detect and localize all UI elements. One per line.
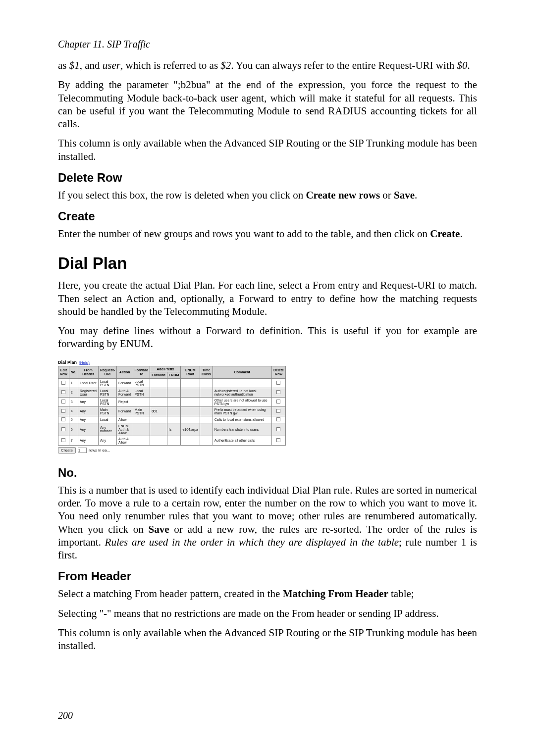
paragraph-delete: If you select this box, the row is delet… xyxy=(58,189,477,202)
cell-enum xyxy=(167,406,181,416)
cell-root xyxy=(181,388,200,397)
italic-text: Rules are used in the order in which the… xyxy=(105,536,399,548)
page-number: 200 xyxy=(58,710,73,721)
table-row: 3 Any Local PSTN Reject Other users are … xyxy=(58,397,286,406)
cell-from: Any xyxy=(78,406,99,416)
cell-time xyxy=(200,397,213,406)
heading-from-header: From Header xyxy=(58,569,477,583)
cell-time xyxy=(200,423,213,436)
create-rows-input[interactable] xyxy=(78,448,87,453)
text: as xyxy=(58,59,69,71)
cell-from: Any xyxy=(78,436,99,445)
edit-checkbox[interactable] xyxy=(61,427,65,431)
edit-checkbox[interactable] xyxy=(61,417,65,421)
cell-fwd: Main PSTN xyxy=(133,406,150,416)
dial-plan-screenshot: Dial Plan (Help) Edit Row No. From Heade… xyxy=(58,357,286,454)
cell-fwd xyxy=(133,423,150,436)
table-row: 4 Any Main PSTN Forward Main PSTN 001 Pr… xyxy=(58,406,286,416)
paragraph-from-3: This column is only available when the A… xyxy=(58,626,477,653)
cell-ruri: Local PSTN xyxy=(98,378,116,388)
delete-checkbox[interactable] xyxy=(276,417,280,421)
rows-label: rows in ea... xyxy=(89,448,110,453)
bold-text: Create xyxy=(430,228,460,240)
cell-no: 2 xyxy=(69,388,78,397)
cell-enum xyxy=(167,378,181,388)
delete-checkbox[interactable] xyxy=(276,438,280,442)
create-button[interactable]: Create xyxy=(58,447,76,454)
cell-prefix: 001 xyxy=(150,406,167,416)
cell-root xyxy=(181,416,200,423)
cell-root xyxy=(181,397,200,406)
cell-fwd xyxy=(133,416,150,423)
heading-create: Create xyxy=(58,209,477,223)
cell-prefix xyxy=(150,378,167,388)
delete-checkbox[interactable] xyxy=(276,390,280,394)
delete-checkbox[interactable] xyxy=(276,381,280,385)
text: Select a matching From header pattern, c… xyxy=(58,588,283,600)
th-sub-enum: ENUM xyxy=(167,372,181,379)
variable-ref: $1 xyxy=(69,59,80,71)
paragraph-dialplan-2: You may define lines without a Forward t… xyxy=(58,324,477,351)
cell-from: Any xyxy=(78,423,99,436)
variable-ref: user xyxy=(103,59,120,71)
cell-action: ENUM, Auth & Allow xyxy=(116,423,133,436)
th-no: No. xyxy=(69,366,78,378)
paragraph-dialplan-1: Here, you create the actual Dial Plan. F… xyxy=(58,279,477,318)
edit-checkbox[interactable] xyxy=(61,409,65,413)
th-request-uri: Request-URI xyxy=(98,366,116,378)
cell-comment: Auth registered i.e not local networked … xyxy=(213,388,271,397)
delete-checkbox[interactable] xyxy=(276,400,280,403)
cell-root xyxy=(181,406,200,416)
cell-from: Registered User xyxy=(78,388,99,397)
th-enum-root: ENUM Root xyxy=(181,366,200,378)
cell-ruri: Any xyxy=(98,436,116,445)
cell-no: 7 xyxy=(69,436,78,445)
text: or xyxy=(380,189,394,201)
cell-enum xyxy=(167,397,181,406)
cell-root: e164.arpa xyxy=(181,423,200,436)
th-delete-row: Delete Row xyxy=(271,366,285,378)
cell-prefix xyxy=(150,388,167,397)
cell-enum xyxy=(167,436,181,445)
th-comment: Comment xyxy=(213,366,271,378)
heading-no: No. xyxy=(58,466,477,480)
cell-action: Forward xyxy=(116,378,133,388)
cell-enum xyxy=(167,416,181,423)
cell-prefix xyxy=(150,423,167,436)
edit-checkbox[interactable] xyxy=(61,390,65,394)
cell-comment: Prefix must be added when using main PST… xyxy=(213,406,271,416)
delete-checkbox[interactable] xyxy=(276,427,280,431)
help-link[interactable]: (Help) xyxy=(79,360,90,365)
cell-action: Reject xyxy=(116,397,133,406)
cell-action: Auth & Allow xyxy=(116,436,133,445)
cell-comment: Numbers translate into users xyxy=(213,423,271,436)
cell-fwd xyxy=(133,436,150,445)
text: If you select this box, the row is delet… xyxy=(58,189,306,201)
cell-fwd: Local PSTN xyxy=(133,388,150,397)
bold-text: Save xyxy=(148,523,169,535)
edit-checkbox[interactable] xyxy=(61,400,65,403)
cell-prefix xyxy=(150,416,167,423)
cell-enum xyxy=(167,388,181,397)
bold-text: Create new rows xyxy=(306,189,380,201)
cell-time xyxy=(200,406,213,416)
delete-checkbox[interactable] xyxy=(276,409,280,413)
table-row: 2 Registered User Local PSTN Auth & Forw… xyxy=(58,388,286,397)
bold-text: Save xyxy=(394,189,415,201)
table-row: 7 Any Any Auth & Allow Authenticate all … xyxy=(58,436,286,445)
edit-checkbox[interactable] xyxy=(61,438,65,442)
cell-ruri: Local PSTN xyxy=(98,397,116,406)
cell-ruri: Local PSTN xyxy=(98,388,116,397)
chapter-header: Chapter 11. SIP Traffic xyxy=(58,39,477,50)
cell-ruri: Local xyxy=(98,416,116,423)
th-edit-row: Edit Row xyxy=(58,366,69,378)
paragraph-from-2: Selecting "-" means that no restrictions… xyxy=(58,607,477,620)
cell-root xyxy=(181,436,200,445)
edit-checkbox[interactable] xyxy=(61,381,65,385)
cell-from: Any xyxy=(78,416,99,423)
cell-ruri: Any number xyxy=(98,423,116,436)
cell-from: Any xyxy=(78,397,99,406)
cell-ruri: Main PSTN xyxy=(98,406,116,416)
cell-from: Local User xyxy=(78,378,99,388)
th-action: Action xyxy=(116,366,133,378)
